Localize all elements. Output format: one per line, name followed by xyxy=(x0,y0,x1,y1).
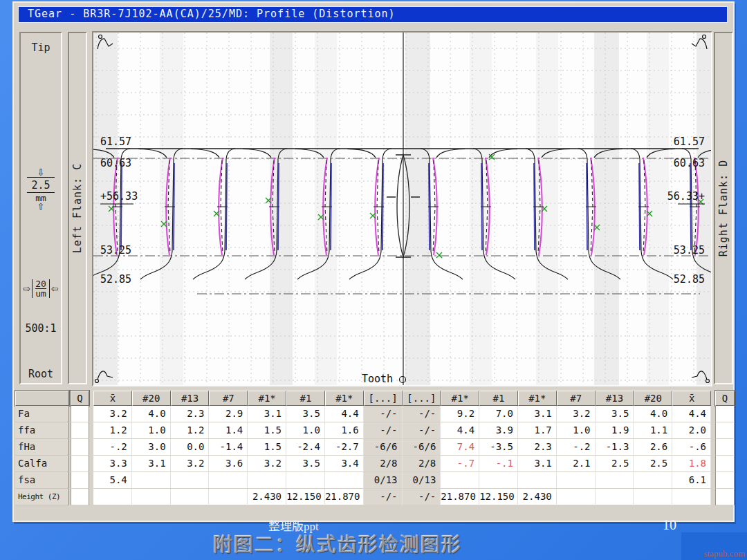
table-cell xyxy=(132,489,171,505)
column-header: #13 xyxy=(596,391,634,406)
table-cell: -1.3 xyxy=(596,439,634,456)
q-cell xyxy=(71,422,89,439)
column-header: #1* xyxy=(325,391,364,406)
svg-text:Tooth: Tooth xyxy=(362,373,393,385)
horizontal-scale-indicator: ⇨ 20 um ⇦ xyxy=(21,279,61,298)
table-cell: 1.2 xyxy=(93,422,132,439)
watermark: stapub.com xyxy=(703,548,745,559)
table-cell: 1.8 xyxy=(672,456,711,472)
q-cell xyxy=(71,439,89,456)
column-header: #20 xyxy=(634,391,672,406)
table-cell: 7.4 xyxy=(441,439,479,456)
q-cell xyxy=(715,422,735,439)
table-cell: 2.5 xyxy=(596,456,634,472)
svg-text:52.85: 52.85 xyxy=(674,273,705,286)
table-cell: 3.2 xyxy=(171,456,210,472)
q-cell xyxy=(71,489,89,505)
table-cell xyxy=(171,472,210,489)
horizontal-scale-value: 20 xyxy=(35,279,46,289)
table-cell: 3.0 xyxy=(132,439,171,456)
q-cell xyxy=(71,406,89,422)
table-cell: 3.1 xyxy=(248,406,286,422)
table-cell xyxy=(634,472,672,489)
column-header: #1* xyxy=(518,391,557,406)
table-row: 3.24.02.32.93.13.54.4-/--/-9.27.03.13.23… xyxy=(93,406,711,422)
profile-chart: 61.5760.63+56.3353.2552.8561.5760.6356.3… xyxy=(92,31,712,386)
table-cell: -6/6 xyxy=(403,439,441,456)
column-header: #1 xyxy=(479,391,518,406)
table-cell: 12.150 xyxy=(286,489,325,505)
table-cell: 1.0 xyxy=(557,422,596,439)
q-column-header-right: Q xyxy=(715,391,735,406)
table-cell: 3.1 xyxy=(518,456,557,472)
table-cell: 1.5 xyxy=(248,422,286,439)
q-cell xyxy=(71,472,89,489)
column-header: #1* xyxy=(248,391,286,406)
table-row: -.23.00.0-1.41.5-2.4-2.7-6/6-6/67.4-3.52… xyxy=(93,439,711,456)
table-cell: 2.5 xyxy=(634,456,672,472)
profile-chart-canvas: 61.5760.63+56.3353.2552.8561.5760.6356.3… xyxy=(93,32,711,385)
table-cell xyxy=(93,489,132,505)
table-cell: -.6 xyxy=(672,439,711,456)
table-cell: 1.0 xyxy=(132,422,171,439)
q-cell xyxy=(71,456,89,472)
q-cell xyxy=(715,489,735,505)
table-cell: 1.2 xyxy=(171,422,210,439)
table-cell: 1.0 xyxy=(286,422,325,439)
table-cell: -/- xyxy=(403,422,441,439)
table-row: 3.33.13.23.63.23.53.42/82/8-.7-.13.12.12… xyxy=(93,456,711,472)
column-header: #7 xyxy=(557,391,596,406)
table-cell: -1.4 xyxy=(209,439,248,456)
table-cell: 21.870 xyxy=(441,489,479,505)
table-row: 1.21.01.21.41.51.01.6-/--/-4.43.91.71.01… xyxy=(93,422,711,439)
table-cell: 3.5 xyxy=(596,406,634,422)
table-cell: -6/6 xyxy=(364,439,403,456)
table-cell: 3.5 xyxy=(286,406,325,422)
vertical-scale-indicator: ⇩ 2.5 mm ⇧ xyxy=(21,169,61,210)
row-label: fHa xyxy=(15,439,69,456)
table-cell: 1.1 xyxy=(634,422,672,439)
q-cell xyxy=(715,439,735,456)
magnification-label: 500:1 xyxy=(21,322,61,335)
table-cell: 1.9 xyxy=(596,422,634,439)
horizontal-scale-unit: um xyxy=(35,288,46,299)
horizontal-scale-values: 20 um xyxy=(32,279,50,298)
table-cell: 3.3 xyxy=(93,456,132,472)
table-cell: 2.430 xyxy=(518,489,557,505)
column-header: x̄ xyxy=(672,391,711,406)
table-cell xyxy=(325,472,364,489)
root-label: Root xyxy=(21,368,61,380)
tip-label: Tip xyxy=(21,41,61,54)
table-cell xyxy=(209,489,248,505)
table-cell xyxy=(171,489,210,505)
column-header: #1* xyxy=(441,391,479,406)
slide-caption: 附图二：纵式齿形检测图形 xyxy=(213,530,462,557)
row-label: Calfa xyxy=(15,456,69,472)
right-flank-label: Right Flank: D xyxy=(717,160,730,256)
table-cell xyxy=(479,472,518,489)
tgear-window: TGear - BR3R-7J102-AA(CA)/25/MD: Profile… xyxy=(12,1,735,522)
table-cell: 2.3 xyxy=(171,406,210,422)
arrow-up-icon: ⇧ xyxy=(21,203,61,210)
table-cell: 4.0 xyxy=(634,406,672,422)
table-cell: 2.3 xyxy=(518,439,557,456)
row-label: Height (Z) xyxy=(15,489,69,505)
table-cell: -/- xyxy=(364,422,403,439)
column-header: #13 xyxy=(171,391,210,406)
table-cell: 12.150 xyxy=(479,489,518,505)
table-cell xyxy=(596,472,634,489)
slide-background: { "title_bar": { "text": "TGear - BR3R-7… xyxy=(0,0,747,560)
table-cell: 4.4 xyxy=(672,406,711,422)
q-cell xyxy=(715,472,735,489)
table-cell: 4.0 xyxy=(132,406,171,422)
column-header: [...] xyxy=(364,391,403,406)
table-cell xyxy=(634,489,672,505)
q-cell xyxy=(715,406,735,422)
table-cell: 0.0 xyxy=(171,439,210,456)
page-number: 10 xyxy=(663,517,676,533)
svg-text:53.25: 53.25 xyxy=(100,244,131,256)
table-cell: 9.2 xyxy=(441,406,479,422)
table-row: 5.40/130/136.1 xyxy=(93,472,711,489)
column-header: #20 xyxy=(132,391,171,406)
table-corner-header xyxy=(15,391,69,406)
